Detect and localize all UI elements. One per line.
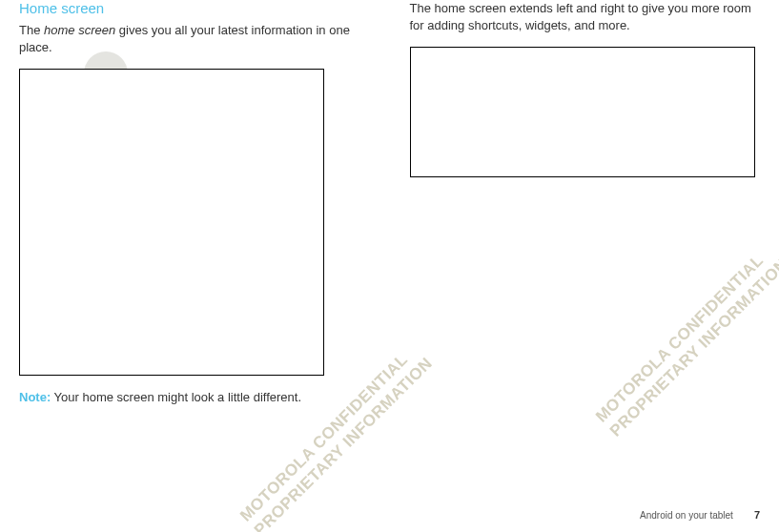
extended-home-screen-image-placeholder <box>410 47 755 177</box>
section-heading-home-screen: Home screen <box>19 0 370 16</box>
footer-section-title: Android on your tablet <box>640 510 733 521</box>
note-label: Note: <box>19 390 51 404</box>
footer-page-number: 7 <box>754 509 760 521</box>
intro-pre: The <box>19 23 44 37</box>
home-screen-image-wrapper <box>19 69 370 376</box>
intro-paragraph-right: The home screen extends left and right t… <box>410 0 761 33</box>
intro-italic: home screen <box>44 23 115 37</box>
intro-paragraph-left: The home screen gives you all your lates… <box>19 22 370 55</box>
home-screen-image-placeholder <box>19 69 324 376</box>
page-footer: Android on your tablet 7 <box>640 509 760 521</box>
note-body: Your home screen might look a little dif… <box>51 390 301 404</box>
note-paragraph: Note: Your home screen might look a litt… <box>19 389 370 406</box>
